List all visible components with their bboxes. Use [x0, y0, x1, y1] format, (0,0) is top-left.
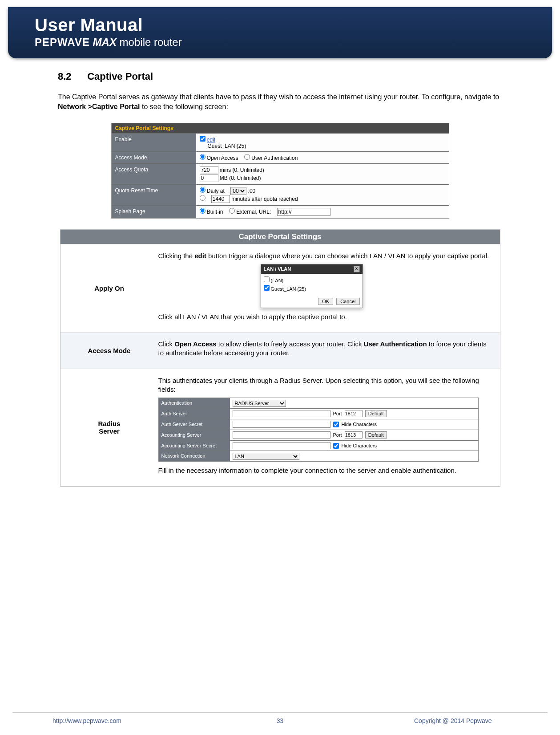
r-label-acct-server: Accounting Server — [159, 430, 230, 440]
doc-subtitle: PEPWAVE MAX mobile router — [35, 36, 538, 49]
desc-row-access-mode: Access Mode Click Open Access to allow c… — [60, 332, 500, 369]
opt-user-auth: User Authentication — [251, 155, 298, 161]
row-enable: Enable edit Guest_LAN (25) — [112, 133, 449, 151]
value-splash-page: Built-in External, URL: — [196, 206, 449, 218]
quota-mb-input[interactable] — [200, 174, 218, 182]
external-url-input[interactable] — [277, 208, 330, 216]
value-access-quota: mins (0: Unlimited) MB (0: Unlimited) — [196, 164, 449, 184]
section-title: Captive Portal — [87, 71, 153, 82]
radio-user-auth[interactable] — [244, 154, 250, 160]
desc-label-radius: Radius Server — [60, 369, 158, 486]
row-access-mode: Access Mode Open Access User Authenticat… — [112, 151, 449, 163]
quota-mins-input[interactable] — [200, 166, 218, 174]
r-input-acct-secret[interactable] — [233, 442, 330, 449]
cancel-button[interactable]: Cancel — [336, 298, 359, 305]
settings-description-table: Captive Portal Settings Apply On Clickin… — [60, 229, 500, 486]
content-area: 8.2 Captive Portal The Captive Portal se… — [0, 58, 560, 487]
intro-text-1: The Captive Portal serves as gateway tha… — [58, 93, 499, 101]
dialog-buttons: OK Cancel — [261, 296, 363, 308]
radio-builtin[interactable] — [200, 208, 205, 214]
am-userauth-bold: User Authentication — [364, 340, 427, 348]
doc-title: User Manual — [35, 15, 538, 35]
r-default-button-1[interactable]: Default — [365, 410, 387, 417]
label-enable: Enable — [112, 134, 196, 151]
r-input-acct-server[interactable] — [233, 431, 330, 439]
desc-table-header: Captive Portal Settings — [60, 230, 500, 244]
am-open-bold: Open Access — [174, 340, 217, 348]
row-access-quota: Access Quota mins (0: Unlimited) MB (0: … — [112, 163, 449, 184]
settings-panel-title: Captive Portal Settings — [112, 123, 449, 133]
opt-external: External, URL: — [236, 209, 271, 215]
desc-body-apply-on: Clicking the edit button trigger a dialo… — [158, 244, 500, 332]
opt-open-access: Open Access — [207, 155, 238, 161]
r-label-acct-secret: Accounting Server Secret — [159, 441, 230, 451]
r-hide-label-1: Hide Characters — [342, 421, 377, 428]
row-quota-reset: Quota Reset Time Daily at 00 :00 minutes… — [112, 184, 449, 205]
r-input-auth-server[interactable] — [233, 410, 330, 417]
r-port-label-2: Port — [333, 432, 342, 439]
footer-copyright: Copyright @ 2014 Pepwave — [414, 717, 548, 724]
apply-on-p2: Click all LAN / VLAN that you wish to ap… — [158, 313, 492, 321]
intro-paragraph: The Captive Portal serves as gateway tha… — [58, 92, 502, 111]
ok-button[interactable]: OK — [318, 298, 333, 305]
radio-minutes-after[interactable] — [200, 195, 205, 201]
footer-page-number: 33 — [146, 717, 414, 724]
minutes-after-input[interactable] — [211, 195, 230, 203]
section-heading: 8.2 Captive Portal — [58, 71, 502, 82]
radius-fields-mock: Authentication RADIUS Server Auth Server… — [158, 398, 479, 462]
r-label-authentication: Authentication — [159, 398, 230, 408]
radius-p2: Fill in the necessary information to com… — [158, 466, 492, 475]
apply-on-t2: button trigger a dialogue where you can … — [206, 252, 489, 260]
minutes-after-label: minutes after quota reached — [231, 196, 298, 202]
am-t1: Click — [158, 340, 175, 348]
hour-select[interactable]: 00 — [230, 187, 246, 195]
radio-daily[interactable] — [200, 187, 205, 193]
quota-mb-label: MB (0: Unlimited) — [220, 175, 261, 181]
product-tail: mobile router — [120, 36, 182, 48]
r-select-auth[interactable]: RADIUS Server — [233, 400, 286, 407]
enable-edit-link[interactable]: edit — [207, 137, 215, 143]
dialog-check-lan[interactable] — [264, 276, 270, 282]
value-quota-reset: Daily at 00 :00 minutes after quota reac… — [196, 185, 449, 205]
value-enable: edit Guest_LAN (25) — [196, 134, 449, 151]
r-input-auth-secret[interactable] — [233, 421, 330, 428]
desc-body-radius: This authenticates your clients through … — [158, 369, 500, 486]
am-t2: to allow clients to freely access your r… — [217, 340, 364, 348]
enable-lan-name: Guest_LAN (25) — [208, 143, 246, 149]
hour-suffix: :00 — [248, 188, 256, 194]
radius-p1: This authenticates your clients through … — [158, 376, 492, 394]
r-hide-check-2[interactable] — [333, 443, 339, 449]
dialog-title: LAN / VLAN — [264, 266, 291, 272]
r-input-port2[interactable] — [345, 431, 363, 439]
row-splash-page: Splash Page Built-in External, URL: — [112, 205, 449, 218]
r-hide-label-2: Hide Characters — [342, 443, 377, 449]
dialog-titlebar: LAN / VLAN × — [261, 264, 363, 274]
dialog-item-guest: Guest_LAN (25) — [271, 286, 306, 292]
radio-open-access[interactable] — [200, 154, 205, 160]
radio-external[interactable] — [229, 208, 235, 214]
footer-url: http://www.pepwave.com — [12, 717, 146, 724]
r-port-label-1: Port — [333, 410, 342, 417]
r-input-port1[interactable] — [345, 410, 363, 417]
radius-label-1: Radius — [98, 420, 120, 427]
r-label-auth-secret: Auth Server Secret — [159, 419, 230, 430]
r-default-button-2[interactable]: Default — [365, 431, 387, 439]
daily-label: Daily at — [207, 188, 225, 194]
r-hide-check-1[interactable] — [333, 422, 339, 427]
quota-mins-label: mins (0: Unlimited) — [220, 167, 264, 173]
intro-nav-path: Network >Captive Portal — [58, 103, 140, 110]
desc-row-radius: Radius Server This authenticates your cl… — [60, 369, 500, 486]
r-select-network[interactable]: LAN — [233, 453, 299, 460]
dialog-check-guest[interactable] — [264, 285, 270, 291]
desc-body-access-mode: Click Open Access to allow clients to fr… — [158, 333, 500, 369]
desc-row-apply-on: Apply On Clicking the edit button trigge… — [60, 244, 500, 332]
dialog-item-lan: (LAN) — [271, 278, 284, 283]
section-number: 8.2 — [58, 71, 85, 82]
dialog-body: (LAN) Guest_LAN (25) — [261, 274, 363, 296]
enable-checkbox[interactable] — [200, 136, 205, 142]
page-footer: http://www.pepwave.com 33 Copyright @ 20… — [12, 712, 548, 724]
close-icon[interactable]: × — [354, 266, 360, 272]
page: User Manual PEPWAVE MAX mobile router 8.… — [0, 7, 560, 735]
desc-label-access-mode: Access Mode — [60, 333, 158, 369]
label-quota-reset: Quota Reset Time — [112, 185, 196, 205]
